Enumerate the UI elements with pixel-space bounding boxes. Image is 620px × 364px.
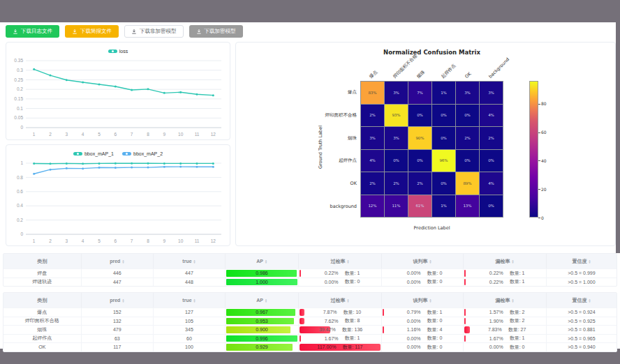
- sort-icon[interactable]: ▲▼: [346, 298, 349, 303]
- matrix-column-label: 起焊作点: [440, 63, 457, 79]
- sort-icon[interactable]: ▲▼: [588, 298, 591, 303]
- sort-icon[interactable]: ▲▼: [429, 259, 432, 264]
- rate-percent: 0.00%: [403, 280, 421, 285]
- column-header-误判率[interactable]: 误判率▲▼: [382, 293, 464, 308]
- sort-icon[interactable]: ▲▼: [265, 259, 267, 264]
- column-header-label: true: [182, 259, 191, 264]
- download-icon: [13, 29, 18, 34]
- legend-label: bbox_mAP_2: [133, 151, 163, 156]
- svg-text:5: 5: [98, 132, 101, 137]
- column-header-pred[interactable]: pred▲▼: [82, 293, 154, 308]
- ap-cell: 1.000: [226, 278, 299, 287]
- rate-value: 0.22%数量: 1: [485, 278, 525, 285]
- map-line-chart: 00.20.40.60.81123456789101112: [6, 159, 230, 245]
- column-header-ap[interactable]: AP▲▼: [226, 254, 299, 268]
- rate-value: 7.83%数量: 27: [484, 326, 526, 333]
- column-header-label: pred: [110, 259, 120, 264]
- column-header-置信度[interactable]: 置信度▲▼: [547, 254, 617, 268]
- rate-value: 0.00%数量: 0: [403, 278, 443, 285]
- svg-text:8: 8: [147, 132, 149, 137]
- column-header-label: 误判率: [413, 258, 428, 265]
- pred-cell: 479: [82, 326, 154, 334]
- matrix-cell: 96%: [432, 150, 455, 172]
- column-header-true[interactable]: true▲▼: [154, 254, 226, 268]
- column-header-过检率[interactable]: 过检率▲▼: [299, 293, 382, 308]
- matrix-cell: 3%: [480, 82, 503, 104]
- true-cell: 448: [154, 278, 226, 287]
- column-header-漏检率[interactable]: 漏检率▲▼: [464, 293, 547, 308]
- matrix-cell: 0%: [456, 150, 479, 172]
- sort-icon[interactable]: ▲▼: [121, 298, 124, 303]
- download-report-button[interactable]: 下载简报文件: [65, 25, 119, 38]
- rate-percent: 1.90%: [485, 319, 503, 324]
- column-header-过检率[interactable]: 过检率▲▼: [299, 254, 382, 268]
- column-header-误判率[interactable]: 误判率▲▼: [382, 254, 464, 268]
- legend-marker-dot: [77, 153, 79, 155]
- svg-text:9: 9: [163, 238, 166, 243]
- svg-text:9: 9: [163, 132, 166, 137]
- sort-icon[interactable]: ▲▼: [193, 259, 196, 264]
- missdetect-cell: 0.00%数量: 0: [464, 343, 547, 351]
- rate-value: 0.00%数量: 0: [485, 344, 525, 351]
- matrix-cell: 0%: [432, 105, 455, 127]
- rate-percent: 117.00%: [317, 344, 336, 349]
- matrix-row-label: OK: [236, 181, 357, 186]
- rate-value: 0.22%数量: 1: [485, 270, 525, 277]
- download-unencrypted-model-button[interactable]: 下载非加密模型: [124, 25, 184, 38]
- rate-bar: [464, 335, 466, 342]
- confusion-matrix-title: Normalized Confusion Matrix: [325, 49, 538, 56]
- svg-text:4: 4: [82, 132, 84, 137]
- download-encrypted-model-button[interactable]: 下载加密模型: [189, 25, 243, 38]
- column-header-漏检率[interactable]: 漏检率▲▼: [464, 254, 547, 268]
- legend-item[interactable]: loss: [108, 49, 128, 54]
- rate-bar: [464, 318, 466, 325]
- column-header-label: 过检率: [330, 297, 345, 304]
- colorbar-tick-label: 80: [541, 101, 547, 106]
- svg-text:5: 5: [98, 238, 101, 243]
- svg-text:2: 2: [49, 132, 52, 137]
- svg-text:4: 4: [82, 238, 84, 243]
- sort-icon[interactable]: ▲▼: [512, 259, 515, 264]
- download-log-button[interactable]: 下载日志文件: [6, 25, 59, 38]
- rate-bar: [464, 309, 466, 316]
- rate-value: 1.67%数量: 1: [485, 335, 525, 342]
- column-header-pred[interactable]: pred▲▼: [82, 254, 154, 268]
- rate-count: 数量: 0: [427, 270, 443, 277]
- legend-item[interactable]: bbox_mAP_2: [122, 151, 163, 156]
- metrics-tables: 类别pred▲▼true▲▼AP▲▼过检率▲▼误判率▲▼漏检率▲▼置信度▲▼焊盘…: [3, 253, 617, 358]
- sort-icon[interactable]: ▲▼: [429, 298, 432, 303]
- sort-icon[interactable]: ▲▼: [346, 259, 349, 264]
- svg-text:11: 11: [195, 238, 200, 243]
- matrix-cell: 12%: [361, 195, 384, 218]
- misjudge-cell: 0.79%数量: 1: [382, 308, 464, 317]
- legend-marker: [73, 152, 82, 156]
- sort-icon[interactable]: ▲▼: [121, 259, 124, 264]
- loss-chart-legend: loss: [6, 43, 230, 56]
- ap-value: 0.986: [256, 271, 268, 275]
- legend-item[interactable]: bbox_mAP_1: [73, 151, 114, 156]
- ap-value: 1.000: [256, 280, 268, 285]
- rate-count: 数量: 0: [427, 335, 443, 342]
- column-header-ap[interactable]: AP▲▼: [226, 293, 299, 308]
- matrix-cell: 90%: [408, 127, 431, 149]
- rate-value: 0.00%数量: 0: [403, 335, 443, 342]
- overdetect-cell: 0.22%数量: 1: [299, 269, 382, 278]
- rate-bar: [300, 318, 304, 325]
- sort-icon[interactable]: ▲▼: [588, 259, 591, 264]
- column-header-true[interactable]: true▲▼: [154, 293, 226, 308]
- sort-icon[interactable]: ▲▼: [193, 298, 196, 303]
- matrix-row-label: background: [236, 204, 357, 209]
- sort-icon[interactable]: ▲▼: [512, 298, 515, 303]
- table-row: 爆点1521270.9677.87%数量: 100.79%数量: 11.57%数…: [3, 308, 617, 317]
- table-row: 烟珠4793450.90039.42%数量: 1361.16%数量: 47.83…: [3, 325, 617, 334]
- rate-percent: 0.00%: [320, 280, 339, 285]
- misjudge-cell: 1.16%数量: 4: [382, 326, 464, 334]
- rate-value: 0.22%数量: 1: [320, 270, 360, 277]
- sort-icon[interactable]: ▲▼: [265, 298, 267, 303]
- column-header-置信度[interactable]: 置信度▲▼: [547, 293, 617, 308]
- table-row: 焊缝轨迹4474481.0000.00%数量: 00.00%数量: 00.22%…: [3, 278, 617, 287]
- svg-text:12: 12: [211, 238, 216, 243]
- confusion-matrix-ylabel: Ground Truth Label: [318, 116, 323, 179]
- rate-value: 1.57%数量: 2: [485, 309, 525, 316]
- matrix-cell: 93%: [385, 105, 408, 127]
